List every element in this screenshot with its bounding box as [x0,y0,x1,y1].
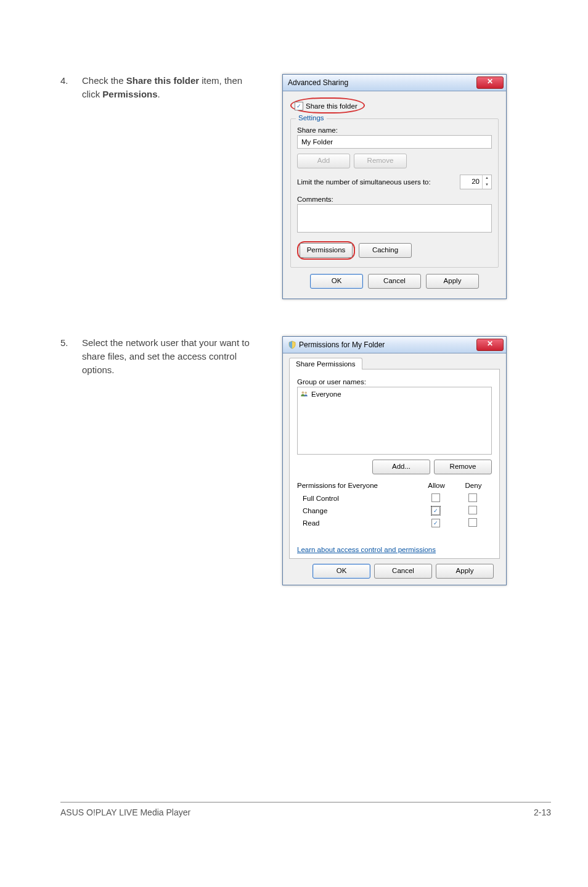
permissions-for-label: Permissions for Everyone [297,482,418,489]
permission-label: Full Control [298,495,417,502]
permissions-button[interactable]: Permissions [300,243,353,258]
dialog-title: Advanced Sharing [288,78,348,87]
step-text: Check the Share this folder item, then c… [82,74,264,101]
deny-header: Deny [455,482,492,489]
permission-label: Change [298,507,417,514]
permission-row: Full Control [298,492,491,505]
advanced-sharing-dialog: Advanced Sharing ✕ ✓ Share this folder S… [282,74,507,299]
group-icon [300,390,309,398]
step-number: 4. [60,74,82,86]
add-button[interactable]: Add... [372,460,430,474]
user-listbox[interactable]: Everyone [297,387,492,455]
step-text: Select the network user that your want t… [82,336,264,376]
deny-read-checkbox[interactable] [468,518,477,527]
share-name-field[interactable]: My Folder [297,135,492,149]
text-fragment: Check the [82,75,126,86]
svg-point-1 [304,392,307,394]
add-button[interactable]: Add [297,154,350,168]
permissions-dialog: Permissions for My Folder ✕ Share Permis… [282,336,507,585]
apply-button[interactable]: Apply [426,274,479,289]
limit-spinner[interactable]: 20 ▲ ▼ [460,175,492,189]
limit-label: Limit the number of simultaneous users t… [297,178,431,186]
text-bold: Share this folder [126,75,199,86]
learn-link[interactable]: Learn about access control and permissio… [297,546,436,553]
share-name-label: Share name: [297,126,492,134]
apply-button[interactable]: Apply [436,564,494,579]
comments-label: Comments: [297,196,492,203]
close-icon: ✕ [487,339,493,348]
titlebar[interactable]: Permissions for My Folder ✕ [283,337,506,353]
user-name-label: Everyone [311,390,341,398]
text-fragment: . [158,89,160,99]
titlebar[interactable]: Advanced Sharing ✕ [283,75,506,91]
settings-groupbox: Settings Share name: My Folder Add Remov… [290,118,499,268]
text-bold: Permissions [102,89,157,99]
remove-button[interactable]: Remove [434,460,492,474]
allow-read-checkbox[interactable]: ✓ [431,519,440,527]
spinner-down-icon[interactable]: ▼ [483,182,491,189]
annotation-circle: ✓ Share this folder [290,97,365,113]
cancel-button[interactable]: Cancel [374,564,432,579]
footer-left: ASUS O!PLAY LIVE Media Player [60,807,190,817]
annotation-oval: Permissions [297,241,355,260]
share-folder-checkbox[interactable]: ✓ [295,102,303,110]
allow-full-checkbox[interactable] [431,493,440,502]
allow-header: Allow [418,482,455,489]
dialog-title: Permissions for My Folder [299,340,385,349]
permission-row: Read ✓ [298,517,491,529]
close-button[interactable]: ✕ [476,76,504,89]
svg-point-0 [301,391,304,394]
limit-value: 20 [460,175,482,189]
tab-share-permissions[interactable]: Share Permissions [289,358,362,369]
page-footer: ASUS O!PLAY LIVE Media Player 2-13 [60,802,551,817]
allow-change-checkbox[interactable]: ✓ [431,506,440,515]
ok-button[interactable]: OK [310,274,363,289]
deny-change-checkbox[interactable] [468,506,477,514]
permission-label: Read [298,519,417,527]
permission-row: Change ✓ [298,505,491,517]
caching-button[interactable]: Caching [359,243,412,258]
close-icon: ✕ [487,77,493,86]
list-item[interactable]: Everyone [300,390,489,398]
cancel-button[interactable]: Cancel [368,274,421,289]
groupbox-legend: Settings [296,114,327,122]
ok-button[interactable]: OK [312,564,370,579]
share-folder-label: Share this folder [306,102,357,110]
deny-full-checkbox[interactable] [468,493,477,502]
tab-panel: Group or user names: Everyone [289,369,500,559]
close-button[interactable]: ✕ [476,339,504,351]
shield-icon [288,340,296,349]
footer-page-number: 2-13 [534,807,551,817]
remove-button[interactable]: Remove [354,154,407,168]
group-user-label: Group or user names: [297,378,492,386]
comments-field[interactable] [297,204,492,233]
step-number: 5. [60,336,82,348]
spinner-up-icon[interactable]: ▲ [483,175,491,182]
